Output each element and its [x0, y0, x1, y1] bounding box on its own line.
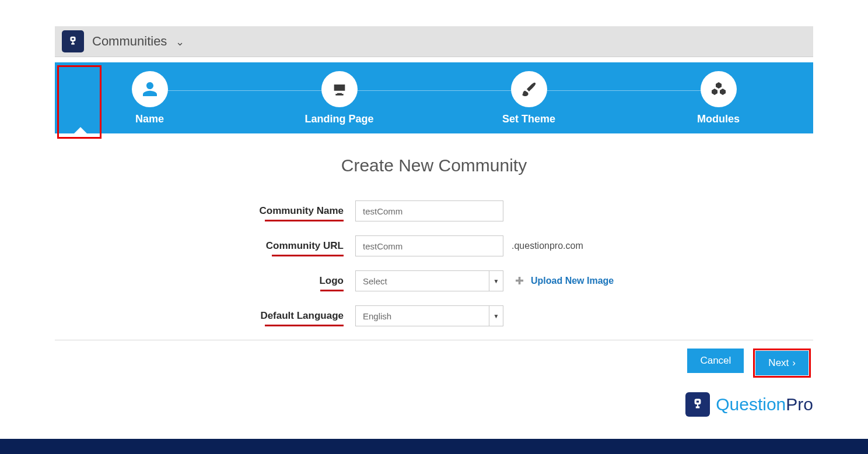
monitor-icon	[321, 71, 358, 107]
logo-select[interactable]: Select ▼	[355, 270, 503, 291]
chevron-down-icon: ⌄	[176, 36, 184, 48]
active-step-caret	[74, 127, 88, 134]
qp-logo-footer-icon	[685, 392, 710, 417]
logo-select-value: Select	[363, 276, 387, 286]
underline-lang	[265, 325, 344, 326]
step-landing-page[interactable]: Landing Page	[244, 71, 434, 125]
page-title: Create New Community	[55, 156, 813, 175]
next-button[interactable]: Next ›	[755, 351, 808, 375]
label-community-url: Community URL	[224, 240, 355, 252]
row-default-language: Default Language English ▼	[224, 305, 813, 327]
brand-text-1: Question	[716, 395, 786, 414]
top-bar: Communities ⌄	[55, 26, 813, 57]
url-suffix: .questionpro.com	[512, 241, 583, 251]
row-logo: Logo Select ▼ ✚ Upload New Image	[224, 270, 813, 292]
step-label-theme: Set Theme	[434, 113, 624, 125]
step-label-modules: Modules	[624, 113, 813, 125]
upload-new-image-link[interactable]: ✚ Upload New Image	[515, 274, 614, 287]
select-arrow-icon: ▼	[489, 306, 503, 326]
upload-link-text: Upload New Image	[531, 276, 614, 286]
stepper: Name Landing Page Set Theme Modules	[55, 62, 813, 133]
label-community-name: Community Name	[224, 205, 355, 217]
select-arrow-icon: ▼	[489, 271, 503, 291]
next-button-label: Next	[768, 357, 789, 369]
step-set-theme[interactable]: Set Theme	[434, 71, 624, 125]
highlight-next-button: Next ›	[753, 349, 811, 378]
bottom-strip	[0, 439, 868, 454]
label-logo: Logo	[224, 275, 355, 287]
topbar-dropdown[interactable]: Communities ⌄	[92, 34, 184, 49]
row-community-name: Community Name	[224, 200, 813, 222]
qp-logo-icon	[62, 30, 84, 52]
brush-icon	[511, 71, 547, 107]
cancel-button[interactable]: Cancel	[687, 349, 744, 373]
underline-name	[265, 220, 344, 221]
topbar-label: Communities	[92, 34, 167, 48]
form-area: Community Name Community URL .questionpr…	[55, 200, 813, 327]
label-default-language: Default Language	[224, 310, 355, 322]
language-select-value: English	[363, 311, 391, 321]
underline-url	[272, 255, 344, 256]
step-label-landing: Landing Page	[244, 113, 434, 125]
person-icon	[132, 71, 168, 107]
plus-icon: ✚	[515, 274, 524, 287]
chevron-right-icon: ›	[792, 357, 796, 369]
community-url-input[interactable]	[355, 235, 503, 256]
brand-text-2: Pro	[786, 395, 813, 414]
underline-logo	[320, 290, 344, 291]
default-language-select[interactable]: English ▼	[355, 305, 503, 326]
community-name-input[interactable]	[355, 200, 503, 221]
step-modules[interactable]: Modules	[624, 71, 813, 125]
footer-brand: QuestionPro	[685, 392, 813, 417]
step-label-name: Name	[55, 113, 244, 125]
step-name[interactable]: Name	[55, 71, 244, 125]
button-row: Cancel Next ›	[55, 340, 813, 378]
row-community-url: Community URL .questionpro.com	[224, 235, 813, 257]
cubes-icon	[701, 71, 737, 107]
